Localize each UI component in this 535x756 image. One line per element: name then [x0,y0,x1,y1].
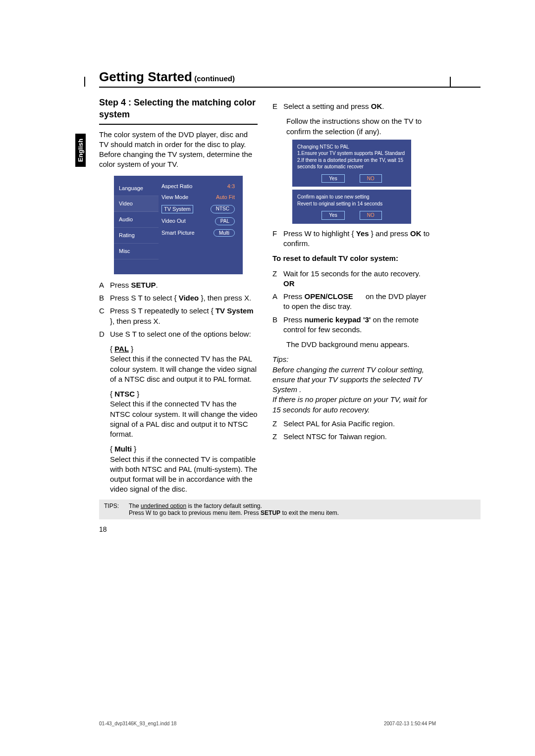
crop-mark [84,77,85,87]
step-text: Press S T repeatedly to select { TV Syst… [110,306,258,326]
left-column: Step 4 : Selecting the matching color sy… [99,97,258,500]
tips-footer: TIPS: The underlined option is the facto… [99,500,481,519]
osd-menu: Language Video Audio Rating Misc [114,181,159,259]
dialog-yes-button: Yes [321,211,344,220]
header-title: Getting Started [99,69,192,84]
right-column: ESelect a setting and press OK. Follow t… [272,97,431,500]
dialog-confirm: Confirm again to use new setting Revert … [292,190,411,224]
option-ntsc: { NTSC } Select this if the connected TV… [110,389,258,439]
step-e-sub: Follow the instructions show on the TV t… [286,116,431,137]
step-text: Use S T to select one of the options bel… [110,329,251,339]
osd-options: Aspect Ratio4:3 View ModeAuto Fit TV Sys… [159,181,243,259]
crop-mark [450,77,451,87]
step-f: Press W to highlight { Yes } and press O… [283,229,431,249]
print-footer: 01-43_dvp3146K_93_eng1.indd 18 2007-02-1… [54,721,481,726]
option-pal: { PAL } Select this if the connected TV … [110,344,258,384]
header-continued: (continued) [194,74,235,83]
language-tab: English [75,134,86,167]
step-title: Step 4 : Selecting the matching color sy… [99,97,258,125]
step-text: Press SETUP. [110,280,158,290]
osd-menu-item: Misc [114,244,159,259]
reset-heading: To reset to default TV color system: [272,253,431,263]
reset-sub: The DVD background menu appears. [286,340,431,350]
intro-text: The color system of the DVD player, disc… [99,130,258,170]
osd-menu-item: Audio [114,212,159,228]
step-e: Select a setting and press OK. [283,101,384,111]
dialog-no-button: NO [360,211,382,220]
tips-block: Tips: Before changing the current TV col… [272,354,431,415]
page-number: 18 [99,525,481,533]
step-list: APress SETUP. BPress S T to select { Vid… [99,280,258,339]
osd-screenshot: Language Video Audio Rating Misc Aspect … [114,176,243,274]
osd-menu-item: Language [114,181,159,197]
osd-menu-item: Rating [114,228,159,244]
section-header: Getting Started (continued) [99,69,481,88]
osd-menu-item: Video [114,196,159,212]
dialog-no-button: NO [360,174,382,183]
dialog-yes-button: Yes [321,174,344,183]
step-text: Press S T to select { Video }, then pres… [110,293,251,303]
dialog-change-ntsc-pal: Changing NTSC to PAL 1.Ensure your TV sy… [292,140,411,187]
option-multi: { Multi } Select this if the connected T… [110,444,258,494]
